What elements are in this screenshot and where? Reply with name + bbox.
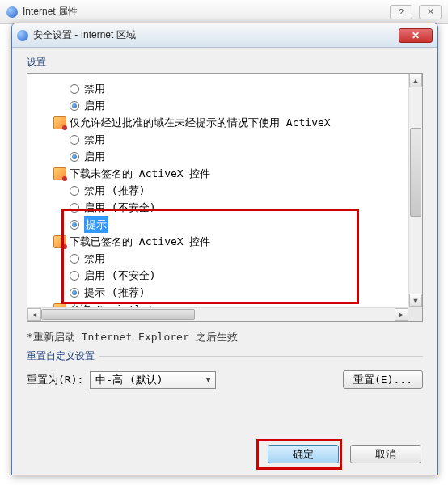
tree-radio-option[interactable]: 提示 (推荐) bbox=[34, 284, 419, 301]
reset-to-label: 重置为(R): bbox=[27, 373, 83, 387]
reset-level-combo[interactable]: 中-高 (默认) bbox=[90, 371, 215, 389]
parent-close-button[interactable]: ✕ bbox=[419, 5, 442, 19]
radio-label: 禁用 bbox=[84, 250, 105, 267]
tree-header: 下载未签名的 ActiveX 控件 bbox=[34, 165, 419, 182]
tree-radio-option[interactable]: 禁用 (推荐) bbox=[34, 182, 419, 199]
radio-icon[interactable] bbox=[70, 101, 79, 111]
tree-radio-option[interactable]: 提示 bbox=[34, 216, 419, 233]
reset-button[interactable]: 重置(E)... bbox=[343, 370, 423, 389]
horizontal-scrollbar[interactable]: ◄ ► bbox=[27, 307, 408, 321]
globe-icon bbox=[6, 6, 18, 18]
radio-icon[interactable] bbox=[70, 84, 79, 94]
help-button[interactable]: ? bbox=[390, 5, 412, 19]
restart-note: *重新启动 Internet Explorer 之后生效 bbox=[27, 330, 423, 344]
tree-radio-option[interactable]: 启用 bbox=[34, 148, 419, 165]
radio-icon[interactable] bbox=[70, 220, 79, 230]
cancel-button[interactable]: 取消 bbox=[350, 445, 421, 463]
close-button[interactable]: ✕ bbox=[399, 28, 433, 43]
scroll-right-arrow-icon[interactable]: ► bbox=[395, 308, 408, 321]
radio-label: 提示 (推荐) bbox=[84, 284, 145, 301]
tree-header-label: 下载未签名的 ActiveX 控件 bbox=[70, 165, 210, 182]
reset-group: 重置自定义设置 重置为(R): 中-高 (默认) 重置(E)... bbox=[27, 356, 423, 389]
radio-label: 启用 (不安全) bbox=[84, 267, 155, 284]
tree-radio-option[interactable]: 启用 (不安全) bbox=[34, 199, 419, 216]
parent-window-title: Internet 属性 bbox=[23, 5, 78, 19]
activex-icon bbox=[53, 167, 66, 180]
scroll-left-arrow-icon[interactable]: ◄ bbox=[27, 308, 41, 321]
activex-icon bbox=[53, 235, 66, 248]
tree-radio-option[interactable]: 禁用 bbox=[34, 131, 419, 148]
settings-tree[interactable]: 禁用启用仅允许经过批准的域在未经提示的情况下使用 ActiveX禁用启用下载未签… bbox=[27, 73, 423, 322]
tree-header-label: 下载已签名的 ActiveX 控件 bbox=[70, 233, 210, 250]
vertical-scrollbar[interactable]: ▲ ▼ bbox=[408, 74, 422, 307]
tree-radio-option[interactable]: 启用 (不安全) bbox=[34, 267, 419, 284]
radio-label: 禁用 bbox=[84, 80, 105, 97]
activex-icon bbox=[53, 116, 66, 129]
radio-label: 提示 bbox=[84, 216, 108, 233]
radio-icon[interactable] bbox=[70, 152, 79, 162]
dialog-titlebar[interactable]: 安全设置 - Internet 区域 ✕ bbox=[12, 23, 437, 48]
radio-icon[interactable] bbox=[70, 135, 79, 145]
dialog-title: 安全设置 - Internet 区域 bbox=[33, 28, 136, 42]
scroll-corner bbox=[408, 307, 422, 321]
reset-level-value: 中-高 (默认) bbox=[95, 373, 163, 387]
tree-radio-option[interactable]: 启用 bbox=[34, 97, 419, 114]
scroll-down-arrow-icon[interactable]: ▼ bbox=[409, 294, 422, 307]
radio-icon[interactable] bbox=[70, 203, 79, 213]
tree-radio-option[interactable]: 禁用 bbox=[34, 250, 419, 267]
hscroll-thumb[interactable] bbox=[41, 309, 195, 320]
ok-button[interactable]: 确定 bbox=[268, 445, 339, 463]
radio-label: 禁用 (推荐) bbox=[84, 182, 145, 199]
radio-icon[interactable] bbox=[70, 186, 79, 196]
tree-header: 下载已签名的 ActiveX 控件 bbox=[34, 233, 419, 250]
tree-radio-option[interactable]: 禁用 bbox=[34, 80, 419, 97]
radio-label: 启用 bbox=[84, 97, 105, 114]
settings-label: 设置 bbox=[27, 56, 423, 70]
tree-header-label: 仅允许经过批准的域在未经提示的情况下使用 ActiveX bbox=[70, 114, 331, 131]
radio-icon[interactable] bbox=[70, 254, 79, 264]
tree-header: 仅允许经过批准的域在未经提示的情况下使用 ActiveX bbox=[34, 114, 419, 131]
vscroll-thumb[interactable] bbox=[410, 128, 421, 217]
scroll-up-arrow-icon[interactable]: ▲ bbox=[409, 74, 422, 87]
reset-group-label: 重置自定义设置 bbox=[27, 349, 99, 363]
parent-window-titlebar: Internet 属性 ? ✕ bbox=[0, 0, 448, 24]
radio-label: 禁用 bbox=[84, 131, 105, 148]
radio-label: 启用 bbox=[84, 148, 105, 165]
radio-icon[interactable] bbox=[70, 288, 79, 298]
globe-icon bbox=[17, 30, 28, 41]
radio-icon[interactable] bbox=[70, 271, 79, 281]
security-settings-dialog: 安全设置 - Internet 区域 ✕ 设置 禁用启用仅允许经过批准的域在未经… bbox=[11, 23, 438, 475]
radio-label: 启用 (不安全) bbox=[84, 199, 155, 216]
